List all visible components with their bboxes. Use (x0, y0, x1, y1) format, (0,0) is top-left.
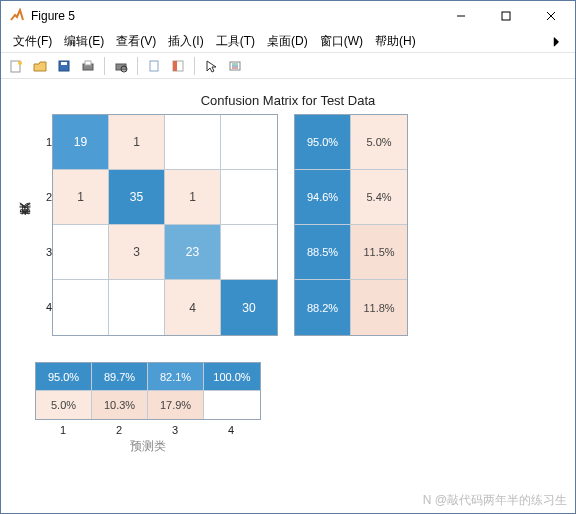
x-axis-label: 预测类 (35, 438, 261, 455)
matrix-cell: 1 (53, 170, 109, 225)
matrix-cell (53, 280, 109, 335)
row-correct: 88.2% (295, 280, 351, 335)
svg-rect-9 (85, 61, 91, 65)
menubar: 文件(F) 编辑(E) 查看(V) 插入(I) 工具(T) 桌面(D) 窗口(W… (1, 31, 575, 53)
col-correct: 89.7% (92, 363, 148, 391)
row-incorrect: 11.8% (351, 280, 407, 335)
print-preview-button[interactable] (110, 55, 132, 77)
watermark: N @敲代码两年半的练习生 (423, 492, 567, 509)
figure-window: Figure 5 文件(F) 编辑(E) 查看(V) 插入(I) 工具(T) 桌… (0, 0, 576, 514)
window-controls (438, 2, 573, 31)
axes-panel: Confusion Matrix for Test Data 真实类 1 2 3… (11, 87, 565, 459)
row-incorrect: 5.0% (351, 115, 407, 170)
matrix-cell: 1 (165, 170, 221, 225)
menu-window[interactable]: 窗口(W) (314, 33, 369, 50)
col-incorrect (204, 391, 260, 419)
row-summary: 95.0% 5.0% 94.6% 5.4% 88.5% 11.5% 88.2% … (294, 114, 408, 336)
colorbar-button[interactable] (167, 55, 189, 77)
menu-file[interactable]: 文件(F) (7, 33, 58, 50)
col-correct: 95.0% (36, 363, 92, 391)
row-correct: 94.6% (295, 170, 351, 225)
y-tick: 1 (36, 136, 52, 148)
y-tick: 2 (36, 191, 52, 203)
svg-rect-12 (150, 61, 158, 71)
window-title: Figure 5 (31, 9, 438, 23)
menu-view[interactable]: 查看(V) (110, 33, 162, 50)
confusion-matrix: 19 1 1 35 1 3 23 4 (52, 114, 278, 336)
menu-desktop[interactable]: 桌面(D) (261, 33, 314, 50)
toolbar (1, 53, 575, 79)
open-button[interactable] (29, 55, 51, 77)
chart-main-row: 真实类 1 2 3 4 19 1 1 35 1 (17, 114, 559, 336)
menu-help[interactable]: 帮助(H) (369, 33, 422, 50)
matrix-cell: 3 (109, 225, 165, 280)
col-incorrect: 5.0% (36, 391, 92, 419)
matrix-cell (109, 280, 165, 335)
col-correct: 82.1% (148, 363, 204, 391)
pointer-button[interactable] (200, 55, 222, 77)
figure-content: Confusion Matrix for Test Data 真实类 1 2 3… (1, 79, 575, 513)
x-tick: 1 (35, 424, 91, 436)
maximize-button[interactable] (483, 2, 528, 31)
matrix-cell: 30 (221, 280, 277, 335)
matrix-cell: 19 (53, 115, 109, 170)
svg-point-5 (18, 61, 22, 65)
toolbar-separator (194, 57, 195, 75)
x-tick: 3 (147, 424, 203, 436)
row-correct: 95.0% (295, 115, 351, 170)
toolbar-separator (137, 57, 138, 75)
x-tick: 4 (203, 424, 259, 436)
matlab-icon (9, 8, 25, 24)
col-incorrect: 17.9% (148, 391, 204, 419)
col-incorrect: 10.3% (92, 391, 148, 419)
col-correct: 100.0% (204, 363, 260, 391)
matrix-cell (221, 225, 277, 280)
matrix-cell: 23 (165, 225, 221, 280)
x-tick: 2 (91, 424, 147, 436)
row-correct: 88.5% (295, 225, 351, 280)
save-button[interactable] (53, 55, 75, 77)
matrix-cell (53, 225, 109, 280)
menu-overflow-icon[interactable]: 🞂 (545, 35, 569, 49)
svg-rect-7 (61, 62, 67, 65)
svg-rect-14 (173, 61, 177, 71)
x-ticks: 1 2 3 4 (35, 424, 261, 436)
row-incorrect: 11.5% (351, 225, 407, 280)
matrix-cell: 4 (165, 280, 221, 335)
toolbar-separator (104, 57, 105, 75)
menu-tools[interactable]: 工具(T) (210, 33, 261, 50)
svg-rect-1 (502, 12, 510, 20)
menu-insert[interactable]: 插入(I) (162, 33, 209, 50)
chart-title: Confusion Matrix for Test Data (17, 93, 559, 108)
menu-edit[interactable]: 编辑(E) (58, 33, 110, 50)
matrix-cell: 1 (109, 115, 165, 170)
insert-legend-button[interactable] (224, 55, 246, 77)
col-summary-block: 95.0% 89.7% 82.1% 100.0% 5.0% 10.3% 17.9… (35, 336, 261, 455)
y-tick: 3 (36, 246, 52, 258)
y-ticks: 1 2 3 4 (36, 114, 52, 334)
row-incorrect: 5.4% (351, 170, 407, 225)
bottom-row: 95.0% 89.7% 82.1% 100.0% 5.0% 10.3% 17.9… (35, 336, 559, 455)
matrix-cell: 35 (109, 170, 165, 225)
matrix-cell (221, 115, 277, 170)
close-button[interactable] (528, 2, 573, 31)
y-tick: 4 (36, 301, 52, 313)
titlebar[interactable]: Figure 5 (1, 1, 575, 31)
link-button[interactable] (143, 55, 165, 77)
matrix-cell (165, 115, 221, 170)
print-button[interactable] (77, 55, 99, 77)
col-summary: 95.0% 89.7% 82.1% 100.0% 5.0% 10.3% 17.9… (35, 362, 261, 420)
matrix-cell (221, 170, 277, 225)
confusion-matrix-wrap: 19 1 1 35 1 3 23 4 (52, 114, 278, 336)
new-figure-button[interactable] (5, 55, 27, 77)
minimize-button[interactable] (438, 2, 483, 31)
